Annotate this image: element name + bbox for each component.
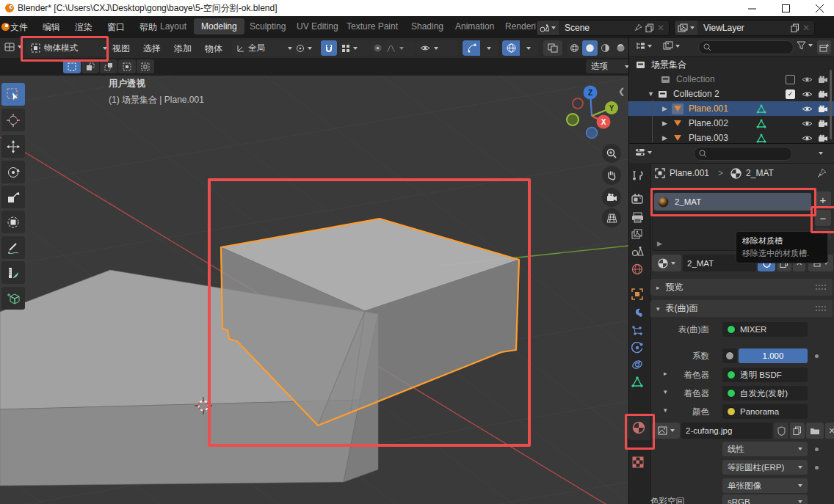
animate-decorator-dot[interactable] <box>815 466 819 470</box>
show-overlays-button[interactable] <box>502 40 520 56</box>
hide-eye-icon[interactable] <box>802 134 813 142</box>
breadcrumb-object[interactable]: Plane.001 <box>670 168 709 178</box>
shader2-value-field[interactable]: 自发光(发射) <box>722 386 808 401</box>
image-copy-button[interactable] <box>790 423 805 439</box>
menu-object[interactable]: 物体 <box>205 43 222 55</box>
menu-window[interactable]: 窗口 <box>107 21 125 34</box>
xray-toggle-button[interactable] <box>543 40 562 56</box>
animate-decorator-dot[interactable] <box>815 448 819 451</box>
viewport-canvas[interactable]: 用户透视 (1) 场景集合 | Plane.001 ❮ <box>0 76 628 504</box>
perspective-toggle-button[interactable] <box>602 208 621 227</box>
tab-render[interactable] <box>631 194 644 205</box>
image-fake-user-shield-button[interactable] <box>774 423 788 439</box>
blender-menu-icon[interactable] <box>1 22 10 32</box>
tool-annotate-button[interactable] <box>1 236 25 259</box>
pan-hand-button[interactable] <box>602 166 621 185</box>
tab-object-data[interactable] <box>631 376 643 387</box>
transform-orientation-dropdown[interactable]: 全局 <box>232 40 297 56</box>
tool-scale-button[interactable] <box>1 186 25 208</box>
disable-render-camera-icon[interactable] <box>818 105 828 113</box>
snap-toggle-button[interactable] <box>321 40 337 56</box>
properties-options-chevron[interactable] <box>819 152 823 155</box>
unlink-image-button[interactable]: ✕ <box>825 423 834 439</box>
camera-view-button[interactable] <box>602 188 621 207</box>
tab-particles[interactable] <box>631 325 643 337</box>
remove-view-layer-icon[interactable]: ✕ <box>802 23 810 33</box>
outliner-display-mode-button[interactable] <box>663 41 680 51</box>
gizmos-dropdown[interactable] <box>463 40 498 56</box>
proportional-editing-group[interactable] <box>369 40 415 56</box>
outliner-editor-type-button[interactable] <box>635 41 652 51</box>
tab-view-layer[interactable] <box>631 229 644 240</box>
menu-select[interactable]: 选择 <box>143 43 161 55</box>
menu-add[interactable]: 添加 <box>174 43 192 55</box>
menu-help[interactable]: 帮助 <box>139 21 157 34</box>
animate-decorator-dot[interactable] <box>815 354 819 358</box>
shading-rendered-button[interactable] <box>613 40 628 56</box>
hide-eye-icon[interactable] <box>802 90 813 98</box>
snap-settings-dropdown[interactable] <box>338 40 371 56</box>
tab-output[interactable] <box>631 212 644 223</box>
material-slot-item[interactable]: 2_MAT <box>654 193 811 211</box>
surface-value-field[interactable]: MIXER <box>722 322 808 337</box>
new-view-layer-copy-icon[interactable] <box>791 23 799 32</box>
shading-solid-button[interactable] <box>582 40 598 56</box>
scene-selector[interactable]: Scene ✕ <box>536 20 670 36</box>
show-overlays-visibility-dropdown[interactable] <box>416 40 458 56</box>
navigation-gizmo[interactable]: Z Y X <box>554 82 632 145</box>
slot-list-expander-icon[interactable]: ▶ <box>657 240 662 247</box>
colorspace-dropdown[interactable]: sRGB <box>722 494 808 504</box>
select-mode-extend-button[interactable] <box>81 59 99 73</box>
workspace-tab-texture-paint[interactable]: Texture Paint <box>347 21 398 32</box>
mode-dropdown[interactable]: 物体模式 <box>26 40 112 56</box>
interpolation-dropdown[interactable]: 线性 <box>722 442 808 456</box>
tab-material[interactable] <box>632 421 645 434</box>
exclude-checkbox[interactable] <box>786 75 795 84</box>
tool-rotate-button[interactable] <box>1 161 25 183</box>
properties-search-input[interactable] <box>694 147 792 161</box>
options-dropdown[interactable]: 选项 <box>586 59 634 73</box>
maximize-button[interactable] <box>771 0 800 16</box>
tab-constraints[interactable] <box>631 359 643 370</box>
pivot-point-dropdown[interactable] <box>292 40 324 56</box>
view-layer-selector[interactable]: ViewLayer ✕ <box>674 20 815 36</box>
color-value-field[interactable]: Panorama <box>722 404 808 419</box>
outliner-row-plane-002[interactable]: ▶ Plane.002 <box>628 116 834 131</box>
shading-wireframe-button[interactable] <box>567 40 582 56</box>
tab-world[interactable] <box>631 263 643 275</box>
disable-render-camera-icon[interactable] <box>818 120 828 128</box>
unlink-scene-icon[interactable]: ✕ <box>657 23 664 33</box>
tool-transform-button[interactable] <box>1 211 25 233</box>
zoom-button[interactable] <box>602 144 621 163</box>
tab-physics[interactable] <box>631 342 643 354</box>
select-mode-invert-button[interactable] <box>118 59 136 73</box>
expand-arrow-icon[interactable]: ▶ <box>662 134 667 142</box>
properties-editor-type-button[interactable] <box>635 147 652 157</box>
outliner-row-scene-collection[interactable]: 场景集合 <box>628 57 834 72</box>
select-mode-intersect-button[interactable] <box>137 59 154 73</box>
outliner-row-plane-001[interactable]: ▶ Plane.001 <box>628 101 834 116</box>
pin-icon[interactable] <box>634 23 642 32</box>
select-mode-new-button[interactable] <box>63 59 81 73</box>
shader1-value-field[interactable]: 透明 BSDF <box>722 368 808 382</box>
shading-material-preview-button[interactable] <box>598 40 613 56</box>
projection-dropdown[interactable]: 等距圆柱(ERP) <box>722 460 808 475</box>
browse-material-button[interactable] <box>652 255 681 271</box>
tab-object[interactable] <box>631 288 643 300</box>
new-scene-copy-icon[interactable] <box>645 23 654 32</box>
browse-image-button[interactable] <box>652 423 680 439</box>
factor-socket-button[interactable] <box>722 348 737 363</box>
disable-render-camera-icon[interactable] <box>818 134 828 142</box>
hide-eye-icon[interactable] <box>802 120 813 128</box>
hide-eye-icon[interactable] <box>802 105 813 113</box>
remove-material-slot-button[interactable]: − <box>815 210 831 226</box>
outliner-row-collection-2[interactable]: ▼ Collection 2 ✓ <box>628 87 834 101</box>
workspace-tab-rendering[interactable]: Renderi <box>505 21 537 32</box>
menu-view[interactable]: 视图 <box>112 43 130 55</box>
outliner-filter-button[interactable] <box>797 41 813 50</box>
image-name-field[interactable]: 2-cufang.jpg <box>681 423 772 439</box>
panel-preview-header[interactable]: ▸ 预览 <box>650 279 833 296</box>
workspace-tab-sculpting[interactable]: Sculpting <box>250 21 286 32</box>
outliner-row-plane-003[interactable]: ▶ Plane.003 <box>628 131 834 145</box>
workspace-tab-modeling[interactable]: Modeling <box>194 18 244 34</box>
